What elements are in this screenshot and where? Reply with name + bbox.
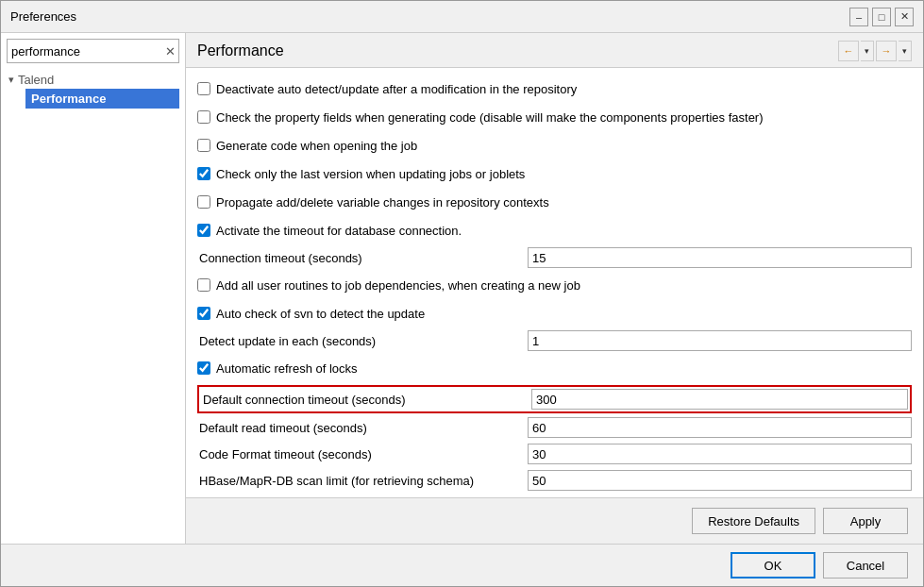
setting-row-add-user-routines: Add all user routines to job dependencie… [197, 274, 912, 296]
field-input-default-read-timeout[interactable] [528, 417, 912, 438]
field-label-default-connection-timeout: Default connection timeout (seconds) [201, 393, 531, 407]
apply-button[interactable]: Apply [823, 508, 908, 534]
tree-container: ▾ Talend Performance [7, 71, 179, 109]
field-input-hbase-scan-limit[interactable] [528, 470, 912, 491]
ok-cancel-bar: OK Cancel [1, 544, 923, 586]
checkbox-label-check-property[interactable]: Check the property fields when generatin… [197, 110, 764, 125]
nav-back-dropdown[interactable]: ▾ [861, 41, 874, 61]
field-row-code-format-timeout: Code Format timeout (seconds) [197, 444, 912, 464]
checkbox-label-deactivate[interactable]: Deactivate auto detect/update after a mo… [197, 82, 577, 96]
nav-back-button[interactable]: ← [838, 41, 859, 61]
setting-row-check-last-version: Check only the last version when updatin… [197, 162, 912, 185]
sidebar: ✕ ▾ Talend Performance [1, 33, 186, 544]
checkbox-label-auto-refresh[interactable]: Automatic refresh of locks [197, 361, 358, 376]
checkbox-label-propagate[interactable]: Propagate add/delete variable changes in… [197, 195, 549, 210]
checkbox-label-check-last-version[interactable]: Check only the last version when updatin… [197, 167, 525, 181]
tree-parent-talend[interactable]: ▾ Talend [7, 71, 179, 89]
checkbox-add-user-routines[interactable] [197, 278, 210, 292]
window-title: Preferences [10, 9, 849, 24]
minimize-button[interactable]: – [849, 8, 868, 26]
label-auto-refresh: Automatic refresh of locks [216, 361, 358, 376]
field-row-default-connection-timeout: Default connection timeout (seconds) [197, 385, 912, 413]
field-row-detect-update: Detect update in each (seconds) [197, 330, 912, 351]
ok-button[interactable]: OK [731, 552, 815, 579]
field-row-hbase-scan-limit: HBase/MapR-DB scan limit (for retrieving… [197, 470, 912, 491]
preferences-dialog: Preferences – □ ✕ ✕ ▾ Talend Performance [0, 0, 924, 587]
field-label-hbase-scan-limit: HBase/MapR-DB scan limit (for retrieving… [197, 474, 528, 488]
field-row-connection-timeout: Connection timeout (seconds) [197, 247, 912, 268]
checkbox-deactivate[interactable] [197, 82, 210, 95]
nav-forward-dropdown[interactable]: ▾ [899, 41, 912, 61]
title-bar: Preferences – □ ✕ [1, 1, 923, 33]
search-clear-button[interactable]: ✕ [163, 44, 177, 59]
checkbox-check-last-version[interactable] [197, 167, 210, 180]
checkbox-auto-refresh[interactable] [197, 361, 210, 375]
field-label-detect-update: Detect update in each (seconds) [197, 334, 528, 348]
restore-defaults-button[interactable]: Restore Defaults [692, 508, 815, 534]
right-panel: Performance ← ▾ → ▾ Deactivate auto dete… [186, 33, 923, 544]
label-deactivate: Deactivate auto detect/update after a mo… [216, 82, 577, 96]
close-button[interactable]: ✕ [895, 8, 914, 26]
panel-header: Performance ← ▾ → ▾ [186, 33, 923, 68]
checkbox-propagate[interactable] [197, 195, 210, 209]
main-content: ✕ ▾ Talend Performance Performance ← ▾ →… [1, 33, 923, 544]
setting-row-propagate: Propagate add/delete variable changes in… [197, 191, 912, 213]
label-propagate: Propagate add/delete variable changes in… [216, 195, 549, 210]
field-input-detect-update[interactable] [528, 330, 912, 351]
label-check-property: Check the property fields when generatin… [216, 110, 764, 125]
cancel-button[interactable]: Cancel [823, 552, 908, 579]
checkbox-check-property[interactable] [197, 110, 210, 124]
tree-parent-label: Talend [18, 73, 54, 87]
setting-row-activate-timeout: Activate the timeout for database connec… [197, 219, 912, 242]
field-input-code-format-timeout[interactable] [528, 444, 912, 464]
setting-row-generate-code: Generate code when opening the job [197, 134, 912, 157]
window-controls: – □ ✕ [849, 8, 914, 26]
checkbox-generate-code[interactable] [197, 139, 210, 152]
field-label-default-read-timeout: Default read timeout (seconds) [197, 421, 528, 435]
label-auto-check-svn: Auto check of svn to detect the update [216, 307, 425, 321]
tree-arrow-icon: ▾ [8, 74, 14, 86]
label-generate-code: Generate code when opening the job [216, 139, 417, 153]
label-add-user-routines: Add all user routines to job dependencie… [216, 278, 580, 293]
panel-body: Deactivate auto detect/update after a mo… [186, 68, 923, 497]
setting-row-deactivate: Deactivate auto detect/update after a mo… [197, 77, 912, 100]
sidebar-item-performance[interactable]: Performance [25, 89, 179, 109]
nav-buttons: ← ▾ → ▾ [838, 41, 912, 61]
setting-row-auto-check-svn: Auto check of svn to detect the update [197, 302, 912, 325]
field-input-default-connection-timeout[interactable] [531, 389, 908, 410]
field-input-connection-timeout[interactable] [528, 247, 912, 268]
label-check-last-version: Check only the last version when updatin… [216, 167, 525, 181]
nav-forward-button[interactable]: → [876, 41, 897, 61]
checkbox-label-generate-code[interactable]: Generate code when opening the job [197, 139, 417, 153]
checkbox-label-activate-timeout[interactable]: Activate the timeout for database connec… [197, 224, 462, 238]
panel-title: Performance [197, 42, 284, 59]
field-row-default-read-timeout: Default read timeout (seconds) [197, 417, 912, 438]
checkbox-label-add-user-routines[interactable]: Add all user routines to job dependencie… [197, 278, 580, 293]
field-label-connection-timeout: Connection timeout (seconds) [197, 251, 528, 265]
field-label-code-format-timeout: Code Format timeout (seconds) [197, 447, 528, 461]
restore-apply-bar: Restore Defaults Apply [186, 497, 923, 544]
label-activate-timeout: Activate the timeout for database connec… [216, 224, 462, 238]
checkbox-activate-timeout[interactable] [197, 224, 210, 237]
search-box-wrapper: ✕ [7, 39, 179, 63]
setting-row-auto-refresh: Automatic refresh of locks [197, 357, 912, 379]
checkbox-label-auto-check-svn[interactable]: Auto check of svn to detect the update [197, 307, 425, 321]
checkbox-auto-check-svn[interactable] [197, 307, 210, 320]
setting-row-check-property: Check the property fields when generatin… [197, 106, 912, 128]
maximize-button[interactable]: □ [872, 8, 891, 26]
search-input[interactable] [7, 39, 179, 63]
